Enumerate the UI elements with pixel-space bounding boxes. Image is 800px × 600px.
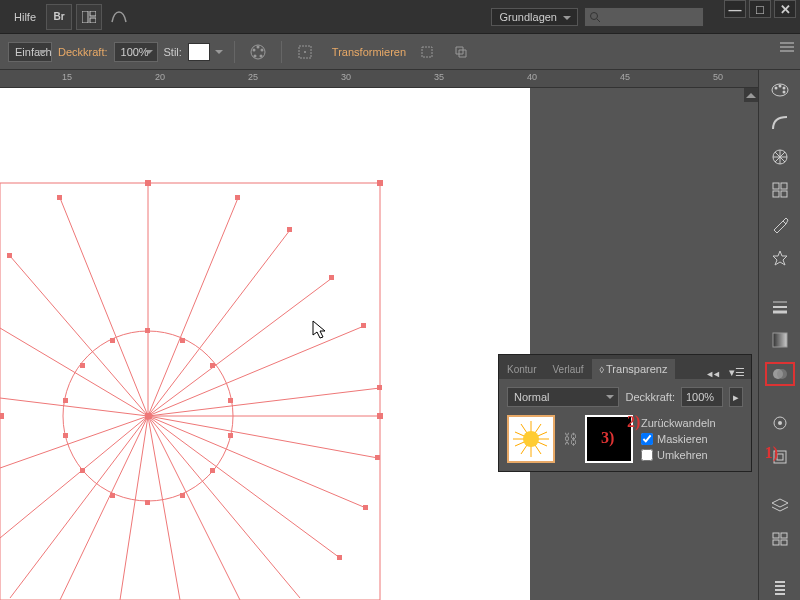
- svg-rect-49: [361, 323, 366, 328]
- svg-line-32: [60, 416, 148, 600]
- svg-rect-64: [110, 493, 115, 498]
- svg-line-20: [148, 230, 290, 416]
- color-guide-icon[interactable]: [765, 112, 795, 136]
- swatches-panel-icon[interactable]: [765, 179, 795, 203]
- svg-line-29: [148, 416, 240, 600]
- menu-bar: Hilfe Br Grundlagen: [0, 0, 800, 34]
- gradient-panel-icon[interactable]: [765, 328, 795, 352]
- panel-opacity-label: Deckkraft:: [625, 391, 675, 403]
- svg-line-25: [148, 416, 378, 458]
- mask-mode-icon[interactable]: [448, 39, 474, 65]
- canvas[interactable]: [0, 88, 530, 600]
- svg-rect-66: [63, 433, 68, 438]
- control-bar-menu-icon[interactable]: [780, 42, 794, 54]
- artwork: [0, 88, 530, 600]
- svg-line-35: [0, 416, 148, 468]
- workspace-dropdown[interactable]: Grundlagen: [491, 8, 579, 26]
- blend-mode-dropdown[interactable]: Normal: [507, 387, 619, 407]
- style-swatch[interactable]: [188, 43, 210, 61]
- transparency-panel-icon[interactable]: [765, 362, 795, 386]
- panel-opacity-input[interactable]: 100%: [681, 387, 723, 407]
- close-button[interactable]: ✕: [774, 0, 796, 18]
- window-controls: — □ ✕: [724, 0, 796, 18]
- mask-thumbnail[interactable]: 3): [585, 415, 633, 463]
- stroke-panel-icon[interactable]: [765, 295, 795, 319]
- color-panel-icon[interactable]: [765, 78, 795, 102]
- svg-line-36: [0, 398, 148, 416]
- svg-point-71: [774, 86, 777, 89]
- svg-rect-2: [90, 18, 96, 23]
- mask-label: Maskieren: [657, 433, 708, 445]
- opacity-dropdown[interactable]: 100%: [114, 42, 158, 62]
- svg-rect-83: [773, 333, 787, 347]
- symbols-panel-icon[interactable]: [765, 246, 795, 270]
- gpu-icon[interactable]: [106, 4, 132, 30]
- tab-verlauf[interactable]: Verlauf: [544, 360, 591, 379]
- svg-rect-54: [57, 195, 62, 200]
- mask-checkbox[interactable]: [641, 433, 653, 445]
- workspace-label: Grundlagen: [500, 11, 558, 23]
- help-menu[interactable]: Hilfe: [6, 7, 44, 27]
- scroll-up-button[interactable]: [744, 88, 758, 102]
- svg-rect-44: [0, 413, 4, 419]
- libraries-panel-icon[interactable]: [765, 576, 795, 600]
- svg-rect-56: [145, 328, 150, 333]
- invert-checkbox[interactable]: [641, 449, 653, 461]
- isolate-icon[interactable]: [414, 39, 440, 65]
- svg-rect-41: [145, 180, 151, 186]
- path-type-dropdown[interactable]: Einfach: [8, 42, 52, 62]
- ruler-tick: 30: [341, 72, 351, 82]
- transform-label[interactable]: Transformieren: [332, 46, 406, 58]
- svg-line-28: [148, 416, 300, 598]
- svg-rect-13: [422, 47, 432, 57]
- annotation-3: 3): [601, 429, 614, 447]
- svg-rect-68: [80, 363, 85, 368]
- horizontal-ruler[interactable]: 15 20 25 30 35 40 45 50: [0, 70, 758, 88]
- align-icon[interactable]: [292, 39, 318, 65]
- appearance-panel-icon[interactable]: [765, 411, 795, 435]
- svg-rect-59: [228, 398, 233, 403]
- recolor-icon[interactable]: [245, 39, 271, 65]
- minimize-button[interactable]: —: [724, 0, 746, 18]
- opacity-stepper[interactable]: ▸: [729, 387, 743, 407]
- svg-point-7: [260, 48, 263, 51]
- collapse-icon[interactable]: ◄◄: [701, 369, 723, 379]
- svg-line-31: [120, 416, 148, 600]
- ruler-tick: 15: [62, 72, 72, 82]
- search-input[interactable]: [584, 7, 704, 27]
- svg-rect-90: [773, 533, 779, 538]
- svg-line-33: [10, 416, 148, 598]
- kuler-icon[interactable]: [765, 145, 795, 169]
- transparency-panel: Kontur Verlauf ◊Transparenz ◄◄ ▾☰ Normal…: [498, 354, 752, 472]
- svg-rect-67: [63, 398, 68, 403]
- svg-line-21: [148, 278, 332, 416]
- artwork-thumbnail[interactable]: [507, 415, 555, 463]
- tab-transparenz[interactable]: ◊Transparenz: [592, 359, 676, 379]
- svg-line-39: [60, 198, 148, 416]
- svg-point-85: [777, 369, 787, 379]
- svg-rect-50: [377, 385, 382, 390]
- revert-button[interactable]: 2) Zurückwandeln: [641, 417, 716, 429]
- svg-point-74: [782, 90, 785, 93]
- maximize-button[interactable]: □: [749, 0, 771, 18]
- tab-kontur[interactable]: Kontur: [499, 360, 544, 379]
- bridge-icon[interactable]: Br: [46, 4, 72, 30]
- layers-panel-icon[interactable]: [765, 494, 795, 518]
- svg-point-87: [778, 421, 782, 425]
- svg-rect-93: [781, 540, 787, 545]
- svg-rect-77: [781, 183, 787, 189]
- path-type-label: Einfach: [15, 46, 52, 58]
- arrange-docs-icon[interactable]: [76, 4, 102, 30]
- separator: [234, 41, 235, 63]
- link-mask-icon[interactable]: ⛓: [563, 431, 577, 447]
- svg-point-73: [782, 86, 785, 89]
- ruler-tick: 25: [248, 72, 258, 82]
- svg-point-110: [523, 431, 539, 447]
- brushes-panel-icon[interactable]: [765, 212, 795, 236]
- svg-line-38: [10, 256, 148, 416]
- svg-line-4: [597, 19, 600, 22]
- panel-menu-icon[interactable]: ▾☰: [723, 366, 751, 379]
- artboards-panel-icon[interactable]: [765, 527, 795, 551]
- svg-point-72: [778, 84, 781, 87]
- svg-rect-43: [377, 413, 383, 419]
